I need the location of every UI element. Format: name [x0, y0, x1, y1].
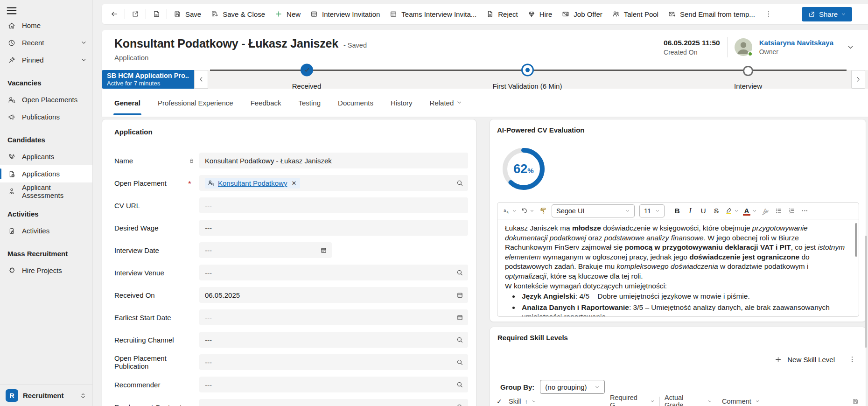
- bpf-process-box[interactable]: SB HCM Application Pro... Active for 7 m…: [102, 70, 194, 89]
- italic-button[interactable]: I: [684, 204, 696, 217]
- clear-format-button[interactable]: A: [759, 204, 771, 217]
- format-painter-icon: [539, 207, 547, 215]
- open-placement-link[interactable]: Konsultant Podatkowy: [218, 179, 287, 187]
- more-vertical-icon[interactable]: [848, 355, 856, 364]
- desired-wage-field[interactable]: ---: [199, 220, 468, 236]
- search-icon[interactable]: [456, 269, 464, 277]
- search-icon[interactable]: [456, 381, 464, 389]
- tab-general[interactable]: General: [114, 97, 140, 109]
- tab-professional-experience[interactable]: Professional Experience: [158, 97, 233, 109]
- tab-related[interactable]: Related: [430, 97, 462, 109]
- back-button[interactable]: [105, 7, 123, 21]
- sidebar-item-home[interactable]: Home: [0, 17, 92, 34]
- chevron-down-icon[interactable]: [847, 44, 854, 51]
- sidebar-item-pinned[interactable]: Pinned: [0, 51, 92, 69]
- calendar-icon[interactable]: [320, 246, 328, 254]
- undo-button[interactable]: [519, 204, 536, 217]
- employment-contract-field[interactable]: ---: [199, 399, 468, 406]
- text-scrollbar[interactable]: [855, 223, 857, 257]
- font-color-button[interactable]: A: [741, 204, 758, 217]
- group-by-select[interactable]: (no grouping): [540, 380, 604, 394]
- talent-pool-button[interactable]: Talent Pool: [607, 7, 663, 21]
- chevron-updown-icon: [79, 392, 87, 399]
- sidebar-item-publications[interactable]: Publications: [0, 108, 92, 126]
- search-icon[interactable]: [456, 358, 464, 366]
- search-icon[interactable]: [456, 179, 464, 187]
- new-skill-level-button[interactable]: New Skill Level: [774, 356, 835, 364]
- column-header-actual-grade[interactable]: Actual Grade: [665, 394, 712, 406]
- sidebar-item-hire-projects[interactable]: Hire Projects: [0, 262, 92, 279]
- calendar-icon[interactable]: [456, 314, 464, 322]
- job-offer-button[interactable]: Job Offer: [557, 7, 607, 21]
- font-size-select[interactable]: 11: [639, 204, 665, 217]
- field-row-recruiting-channel: Recruiting Channel---: [114, 332, 468, 348]
- chevron-right-icon: [855, 76, 861, 83]
- interview-invitation-button[interactable]: Interview Invitation: [305, 7, 385, 21]
- open-placement-field[interactable]: Konsultant Podatkowy✕: [199, 175, 468, 191]
- interview-date-field[interactable]: ---: [199, 242, 332, 258]
- teams-interview-invitation-button[interactable]: Teams Interview Invita...: [385, 7, 481, 21]
- hire-button[interactable]: Hire: [523, 7, 557, 21]
- bpf-stage-received[interactable]: Received: [255, 70, 358, 90]
- sidebar-item-open-placements[interactable]: Open Placements: [0, 91, 92, 108]
- sidebar-item-recent[interactable]: Recent: [0, 34, 92, 51]
- save-close-button[interactable]: Save & Close: [206, 7, 270, 21]
- sidebar-item-applications[interactable]: Applications: [0, 165, 92, 182]
- earliest-start-date-field[interactable]: ---: [199, 309, 468, 325]
- share-button[interactable]: Share: [802, 7, 852, 21]
- send-email-button[interactable]: Send Email from temp...: [663, 7, 760, 21]
- received-on-field[interactable]: 06.05.2025: [199, 287, 468, 303]
- new-button[interactable]: New: [270, 7, 305, 21]
- bold-button[interactable]: B: [671, 204, 683, 217]
- format-painter-button[interactable]: [537, 204, 549, 217]
- calendar-icon[interactable]: [456, 291, 464, 299]
- sidebar-item-applicant-assessments[interactable]: Applicant Assessments: [0, 182, 92, 200]
- toolbar-more-button[interactable]: [798, 204, 811, 217]
- reject-button[interactable]: Reject: [481, 7, 523, 21]
- font-family-value: Segoe UI: [556, 207, 584, 215]
- translate-button[interactable]: aą: [501, 204, 518, 217]
- sidebar-item-activities[interactable]: Activities: [0, 222, 92, 239]
- bpf-stage-first-validation-6-min[interactable]: First Validation (6 Min): [476, 70, 579, 90]
- hamburger-menu-button[interactable]: [5, 4, 18, 17]
- column-header-comment[interactable]: Comment: [722, 398, 852, 405]
- cv-url-field[interactable]: ---: [199, 197, 468, 213]
- strikethrough-button[interactable]: S: [710, 204, 722, 217]
- sidebar-item-applicants[interactable]: Applicants: [0, 148, 92, 165]
- search-icon[interactable]: [456, 336, 464, 344]
- select-all-checkbox[interactable]: ✓: [497, 398, 509, 405]
- font-family-select[interactable]: Segoe UI: [552, 204, 635, 217]
- column-header-skill[interactable]: Skill↑: [509, 398, 600, 405]
- bpf-stage-interview[interactable]: Interview: [697, 70, 799, 90]
- name-field[interactable]: Konsultant Podatkowy - Łukasz Janiszek: [199, 153, 468, 168]
- save-button[interactable]: Save: [168, 7, 206, 21]
- tab-history[interactable]: History: [391, 97, 413, 109]
- numbered-list-button[interactable]: [785, 204, 798, 217]
- page-scrollbar[interactable]: [865, 236, 867, 348]
- owner-avatar[interactable]: [735, 38, 752, 56]
- interview-venue-field[interactable]: ---: [199, 265, 468, 280]
- bpf-scroll-right-button[interactable]: [851, 70, 865, 89]
- owner-link[interactable]: Katsiaryna Navitskaya: [759, 39, 833, 47]
- remove-value-icon[interactable]: ✕: [291, 180, 296, 187]
- bpf-scroll-left-button[interactable]: [194, 70, 208, 89]
- column-header-required-g[interactable]: Required G...: [610, 394, 655, 406]
- tab-documents[interactable]: Documents: [338, 97, 373, 109]
- column-divider: [717, 397, 717, 406]
- popout-button[interactable]: [126, 7, 144, 21]
- open-placement-publication-field[interactable]: ---: [199, 354, 468, 370]
- sidebar: HomeRecentPinnedVacanciesOpen Placements…: [0, 0, 93, 406]
- tab-testing[interactable]: Testing: [299, 97, 321, 109]
- overflow-button[interactable]: [760, 7, 777, 21]
- cv-evaluation-text[interactable]: Łukasz Janiszek ma młodsze doświadczenie…: [497, 219, 859, 317]
- highlight-button[interactable]: [723, 204, 740, 217]
- mail-offer-icon: [561, 10, 570, 18]
- recommender-field[interactable]: ---: [199, 377, 468, 392]
- search-icon[interactable]: [456, 403, 464, 406]
- tab-feedback[interactable]: Feedback: [251, 97, 281, 109]
- underline-button[interactable]: U: [697, 204, 709, 217]
- area-switcher[interactable]: R Recruitment: [0, 385, 92, 406]
- bullet-list-button[interactable]: [772, 204, 784, 217]
- recruiting-channel-field[interactable]: ---: [199, 332, 468, 348]
- form-switcher-button[interactable]: [147, 7, 165, 21]
